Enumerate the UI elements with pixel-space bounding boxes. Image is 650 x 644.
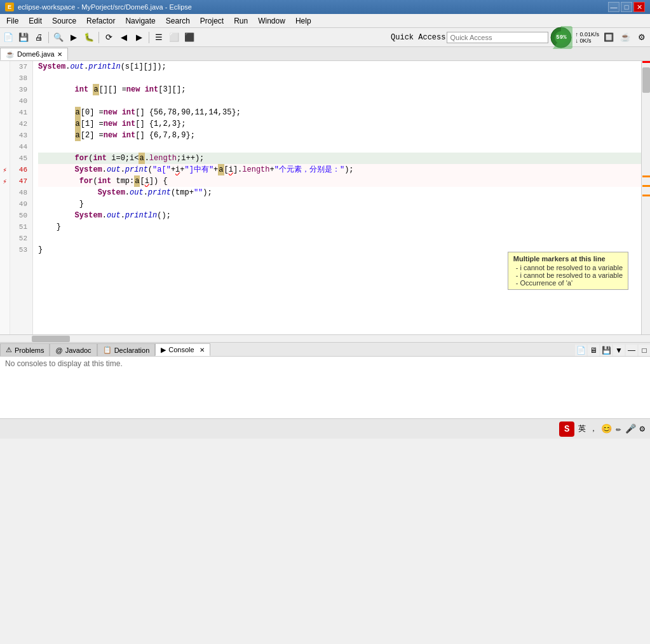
sougou-icon[interactable]: S bbox=[559, 421, 574, 437]
console-tab-close[interactable]: ✕ bbox=[200, 346, 205, 353]
editor-tab-close[interactable]: ✕ bbox=[57, 51, 62, 58]
perspective-button[interactable]: 🔲 bbox=[602, 31, 616, 45]
console-dropdown[interactable]: ▼ bbox=[613, 345, 625, 356]
tooltip-item-2: - i cannot be resolved to a variable bbox=[516, 271, 623, 279]
toolbar-1: 📄 💾 🖨 🔍 ▶ 🐛 ⟳ ◀ ▶ ☰ ⬜ ⬛ Quick Access 59%… bbox=[0, 28, 650, 47]
progress-label: 59% bbox=[556, 34, 566, 41]
scroll-top-arrow bbox=[642, 61, 650, 63]
gutter-41 bbox=[0, 107, 10, 118]
editor-scrollbar[interactable] bbox=[641, 61, 650, 334]
code-area[interactable]: System.out.println(s[i][j]); int a[][] =… bbox=[33, 61, 641, 334]
main-layout: ⚡ ⚡ 37 38 39 40 41 42 43 44 45 46 bbox=[0, 61, 650, 334]
declaration-icon: 📋 bbox=[103, 346, 112, 354]
editor-tab-dome6[interactable]: ☕ Dome6.java ✕ bbox=[0, 48, 68, 60]
tb-btn-3[interactable]: ▶ bbox=[132, 31, 146, 45]
print-button[interactable]: 🖨 bbox=[32, 31, 46, 45]
code-line-37: System.out.println(s[i][j]); bbox=[38, 61, 641, 72]
code-line-52 bbox=[38, 233, 641, 244]
tab-declaration-label: Declaration bbox=[114, 346, 150, 354]
quickaccess-input[interactable] bbox=[447, 32, 548, 43]
code-line-40 bbox=[38, 95, 641, 107]
horizontal-scrollbar[interactable] bbox=[0, 334, 650, 342]
console-minimize[interactable]: — bbox=[626, 345, 637, 356]
gutter-46-err: ⚡ bbox=[0, 164, 10, 175]
h-scroll-thumb bbox=[32, 336, 70, 342]
line-numbers: 37 38 39 40 41 42 43 44 45 46 47 48 49 5… bbox=[10, 61, 33, 334]
menu-source[interactable]: Source bbox=[48, 15, 80, 27]
scroll-marker-1 bbox=[642, 175, 650, 177]
code-line-45: for(int i=0;i<a.length;i++); bbox=[38, 153, 641, 164]
left-gutter: ⚡ ⚡ bbox=[0, 61, 10, 334]
perspective-debug[interactable]: ⚙ bbox=[635, 31, 649, 45]
bottom-content: No consoles to display at this time. bbox=[0, 357, 650, 418]
code-line-42: a[1] = new int[] {1,2,3}; bbox=[38, 118, 641, 130]
menu-help[interactable]: Help bbox=[292, 15, 315, 27]
code-line-49: } bbox=[38, 198, 641, 210]
tooltip-item-3: - Occurrence of 'a' bbox=[516, 279, 623, 287]
menu-navigate[interactable]: Navigate bbox=[121, 15, 159, 27]
tb-btn-2[interactable]: ◀ bbox=[117, 31, 131, 45]
gutter-52 bbox=[0, 233, 10, 244]
error-tooltip: Multiple markers at this line - i cannot… bbox=[508, 252, 628, 290]
code-line-47: for(int tmp:a[i]) { bbox=[38, 175, 641, 187]
menu-search[interactable]: Search bbox=[162, 15, 194, 27]
gutter-50 bbox=[0, 210, 10, 221]
tb-btn-4[interactable]: ☰ bbox=[152, 31, 166, 45]
console-display-button[interactable]: 🖥 bbox=[588, 345, 599, 356]
tab-console[interactable]: ▶ Console ✕ bbox=[155, 343, 210, 356]
code-line-41: a[0] = new int[] {56,78,90,11,14,35}; bbox=[38, 107, 641, 118]
ime-label[interactable]: 英 bbox=[578, 423, 586, 434]
console-new-button[interactable]: 📄 bbox=[575, 345, 586, 356]
code-line-43: a[2] = new int[] {6,7,8,9}; bbox=[38, 130, 641, 141]
perspective-java[interactable]: ☕ bbox=[618, 31, 632, 45]
quickaccess-label: Quick Access bbox=[391, 33, 445, 42]
punctuation-label: ， bbox=[590, 423, 597, 434]
emoji-icon[interactable]: 😊 bbox=[601, 423, 612, 434]
gutter-43 bbox=[0, 130, 10, 141]
code-line-38 bbox=[38, 72, 641, 84]
console-maximize[interactable]: □ bbox=[639, 345, 650, 356]
save-button[interactable]: 💾 bbox=[17, 31, 30, 45]
tooltip-item-1: - i cannot be resolved to a variable bbox=[516, 264, 623, 271]
editor-tab-label: Dome6.java bbox=[17, 50, 55, 58]
editor-area: ⚡ ⚡ 37 38 39 40 41 42 43 44 45 46 bbox=[0, 61, 650, 334]
maximize-button[interactable]: □ bbox=[621, 2, 632, 12]
search-button[interactable]: 🔍 bbox=[51, 31, 65, 45]
pen-icon[interactable]: ✏ bbox=[616, 423, 621, 434]
console-save-button[interactable]: 💾 bbox=[600, 345, 612, 356]
close-button[interactable]: ✕ bbox=[633, 2, 645, 12]
code-line-48: System.out.print(tmp+""); bbox=[38, 187, 641, 198]
tab-problems[interactable]: ⚠ Problems bbox=[0, 343, 50, 356]
gutter-38 bbox=[0, 72, 10, 84]
tab-declaration[interactable]: 📋 Declaration bbox=[97, 343, 156, 356]
gutter-45 bbox=[0, 153, 10, 164]
menu-run[interactable]: Run bbox=[230, 15, 252, 27]
mic-icon[interactable]: 🎤 bbox=[625, 423, 636, 434]
menu-edit[interactable]: Edit bbox=[25, 15, 46, 27]
menu-project[interactable]: Project bbox=[196, 15, 227, 27]
new-button[interactable]: 📄 bbox=[1, 31, 15, 45]
debug-button[interactable]: 🐛 bbox=[82, 31, 96, 45]
console-message: No consoles to display at this time. bbox=[5, 359, 123, 368]
tb-btn-1[interactable]: ⟳ bbox=[102, 31, 116, 45]
gutter-44 bbox=[0, 141, 10, 153]
gutter-37 bbox=[0, 61, 10, 72]
code-line-50: System.out.println(); bbox=[38, 210, 641, 221]
tooltip-title: Multiple markers at this line bbox=[513, 255, 623, 263]
tb-btn-6[interactable]: ⬛ bbox=[182, 31, 196, 45]
scroll-thumb[interactable] bbox=[642, 67, 650, 93]
menu-window[interactable]: Window bbox=[254, 15, 289, 27]
gutter-51 bbox=[0, 221, 10, 233]
tb-btn-5[interactable]: ⬜ bbox=[167, 31, 181, 45]
run-button[interactable]: ▶ bbox=[67, 31, 81, 45]
settings-icon[interactable]: ⚙ bbox=[640, 423, 645, 434]
menu-refactor[interactable]: Refactor bbox=[83, 15, 119, 27]
app-icon: E bbox=[5, 3, 14, 11]
tab-problems-label: Problems bbox=[15, 346, 44, 354]
console-icon: ▶ bbox=[161, 346, 166, 354]
javadoc-icon: @ bbox=[55, 346, 62, 354]
scroll-marker-3 bbox=[642, 195, 650, 196]
menu-file[interactable]: File bbox=[3, 15, 22, 27]
tab-javadoc[interactable]: @ Javadoc bbox=[50, 343, 97, 356]
minimize-button[interactable]: — bbox=[608, 2, 620, 12]
